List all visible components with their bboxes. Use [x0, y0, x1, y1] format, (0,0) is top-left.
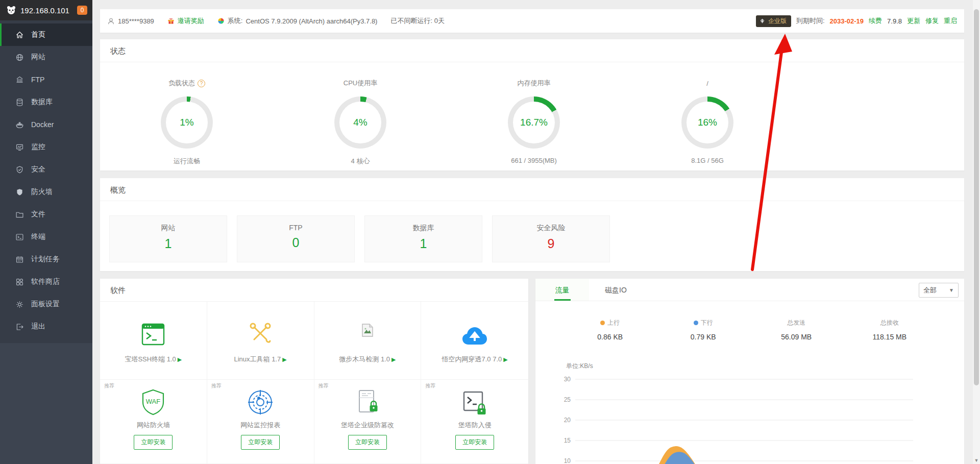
chevron-down-icon: ▼ — [949, 287, 954, 293]
gauge-ring: 16% — [681, 96, 733, 149]
expire-date: 2033-02-19 — [830, 17, 864, 25]
run-icon[interactable]: ▶ — [391, 356, 396, 363]
overview-label: 数据库 — [365, 224, 482, 233]
install-button[interactable]: 立即安装 — [455, 435, 494, 450]
overview-value: 1 — [110, 236, 227, 251]
sidebar-item-label: 安全 — [31, 165, 45, 174]
app-grid-icon — [15, 278, 24, 286]
sidebar-item-docker[interactable]: Docker — [0, 113, 92, 136]
install-button[interactable]: 立即安装 — [348, 435, 387, 450]
app-linux-toolbox[interactable]: Linux工具箱 1.7▶ — [207, 302, 314, 380]
overview-card-website[interactable]: 网站 1 — [109, 215, 227, 262]
overview-card-ftp[interactable]: FTP 0 — [237, 215, 355, 262]
sidebar-item-cron[interactable]: 计划任务 — [0, 248, 92, 271]
gauge-label: 负载状态 — [168, 79, 195, 88]
scrollbar-thumb[interactable] — [974, 9, 979, 385]
overview-value: 0 — [237, 235, 354, 250]
restart-link[interactable]: 重启 — [944, 16, 957, 26]
range-select[interactable]: 全部 ▼ — [919, 283, 959, 298]
run-icon[interactable]: ▶ — [503, 356, 507, 363]
monitor-report-icon — [247, 387, 274, 416]
message-count-badge[interactable]: 0 — [77, 6, 87, 15]
chart-unit-label: 单位:KB/s — [566, 362, 593, 371]
repair-link[interactable]: 修复 — [925, 16, 939, 26]
app-ssh-terminal[interactable]: 宝塔SSH终端 1.0▶ — [100, 302, 207, 380]
gauge-subtext: 4 核心 — [351, 157, 370, 166]
recommended-app-waf[interactable]: 推荐 WAF 网站防火墙 立即安装 — [100, 380, 207, 464]
svg-text:15: 15 — [564, 437, 571, 444]
sidebar-item-settings[interactable]: 面板设置 — [0, 293, 92, 315]
intrusion-guard-icon — [462, 387, 487, 416]
gauge-ring: 1% — [161, 96, 213, 149]
sidebar-item-database[interactable]: 数据库 — [0, 91, 92, 113]
gear-icon — [15, 300, 24, 309]
sidebar-menu: 首页 网站 FTP 数据库 Docker 监控 安全 防火墙 — [0, 20, 92, 343]
username-text: 185****9389 — [118, 17, 154, 25]
run-icon[interactable]: ▶ — [282, 356, 286, 363]
sidebar-item-ftp[interactable]: FTP — [0, 68, 92, 91]
downstream-dot — [694, 321, 698, 325]
update-link[interactable]: 更新 — [907, 16, 920, 26]
page-scrollbar[interactable]: ▼ — [973, 0, 980, 464]
app-cloud-tunnel[interactable]: 悟空内网穿透7.0 7.0▶ — [421, 302, 528, 380]
sidebar-item-monitor[interactable]: 监控 — [0, 136, 92, 158]
gauge-memory: 内存使用率 16.7% 661 / 3955(MB) — [447, 62, 621, 166]
tab-disk-io[interactable]: 磁盘IO — [589, 279, 643, 301]
recommended-app-tamper-proof[interactable]: 推荐 堡塔企业级防篡改 立即安装 — [314, 380, 422, 464]
app-name: 堡塔企业级防篡改 — [341, 421, 394, 430]
trojan-scan-icon — [361, 315, 374, 346]
scrollbar-down-arrow[interactable]: ▼ — [973, 458, 980, 463]
app-name: Linux工具箱 1.7 — [234, 355, 281, 364]
recommended-app-monitor-report[interactable]: 推荐 网站监控报表 立即安装 — [207, 380, 314, 464]
sidebar-item-security[interactable]: 安全 — [0, 158, 92, 181]
traffic-chart-svg: 3025201510 — [556, 371, 954, 464]
software-card-title: 软件 — [100, 279, 528, 302]
gauge-percent: 4% — [353, 117, 367, 128]
help-icon[interactable]: ? — [198, 80, 205, 87]
folder-icon — [15, 210, 24, 219]
overview-value: 9 — [493, 236, 609, 251]
invite-reward-link[interactable]: 邀请奖励 — [167, 16, 204, 26]
expire-label: 到期时间: — [796, 16, 825, 26]
database-icon — [15, 98, 24, 107]
software-card: 软件 宝塔SSH终端 1.0▶ Linux工具箱 1.7▶ 微步木马检测 1.0… — [100, 279, 528, 464]
topbar: 185****9389 邀请奖励 系统: CentOS 7.9.2009 (Al… — [100, 9, 964, 33]
sidebar-item-logout[interactable]: 退出 — [0, 315, 92, 338]
sidebar-item-home[interactable]: 首页 — [0, 23, 92, 46]
sidebar-item-label: 计划任务 — [31, 255, 60, 264]
upstream-dot — [600, 321, 605, 325]
invite-reward-label: 邀请奖励 — [178, 16, 204, 26]
app-name: 网站防火墙 — [137, 421, 170, 430]
gauge-label: / — [706, 80, 708, 87]
sidebar-item-terminal[interactable]: 终端 — [0, 226, 92, 248]
svg-text:25: 25 — [564, 396, 571, 403]
legend-total-sent: 总发送 56.09 MB — [750, 319, 843, 341]
renew-link[interactable]: 续费 — [869, 16, 882, 26]
ftp-icon — [15, 76, 24, 84]
edition-badge[interactable]: 企业版 — [756, 15, 791, 27]
user-account[interactable]: 185****9389 — [107, 17, 154, 25]
uptime: 已不间断运行: 0天 — [390, 16, 444, 26]
sidebar-item-files[interactable]: 文件 — [0, 203, 92, 226]
overview-card-database[interactable]: 数据库 1 — [364, 215, 482, 262]
tab-traffic[interactable]: 流量 — [535, 279, 589, 301]
install-button[interactable]: 立即安装 — [134, 435, 173, 450]
svg-text:20: 20 — [564, 417, 571, 424]
os-icon — [217, 17, 225, 25]
overview-row: 网站 1 FTP 0 数据库 1 安全风险 9 — [100, 201, 964, 262]
sidebar-item-firewall[interactable]: 防火墙 — [0, 181, 92, 203]
run-icon[interactable]: ▶ — [178, 356, 182, 363]
recommended-app-intrusion-guard[interactable]: 推荐 堡塔防入侵 立即安装 — [421, 380, 528, 464]
sidebar-item-label: 监控 — [31, 142, 45, 152]
overview-card-security-risk[interactable]: 安全风险 9 — [492, 215, 610, 262]
overview-label: 安全风险 — [493, 224, 609, 233]
app-trojan-scan[interactable]: 微步木马检测 1.0▶ — [314, 302, 422, 380]
recommend-badge: 推荐 — [211, 382, 222, 389]
docker-icon — [15, 120, 24, 129]
system-label: 系统: — [228, 16, 243, 26]
diamond-icon — [758, 18, 766, 25]
sidebar-item-website[interactable]: 网站 — [0, 46, 92, 68]
sidebar-item-appstore[interactable]: 软件商店 — [0, 271, 92, 293]
install-button[interactable]: 立即安装 — [241, 435, 280, 450]
gauge-load: 负载状态? 1% 运行流畅 — [100, 62, 274, 166]
